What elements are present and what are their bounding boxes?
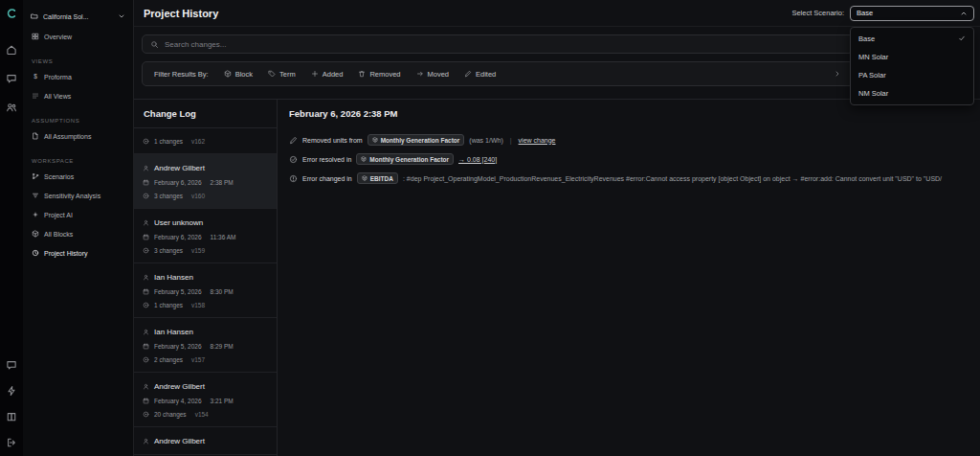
sidebar-item-label: Sensitivity Analysis: [44, 193, 100, 199]
main-header: Project History Select Scenario: Base Ba…: [134, 0, 980, 27]
change-link[interactable]: view change: [519, 137, 556, 144]
change-link[interactable]: → 0.08 [240]: [458, 156, 497, 163]
entry-changes: 3 changes: [154, 193, 183, 199]
sidebar-item-proforma[interactable]: $Proforma: [23, 67, 133, 86]
project-switcher[interactable]: California Sol...: [23, 6, 133, 27]
sidebar-section-title: ASSUMPTIONS: [32, 118, 124, 124]
scenario-label: Select Scenario:: [791, 9, 844, 17]
entry-version: v158: [191, 302, 205, 308]
chevron-right-icon[interactable]: [834, 70, 841, 78]
person-icon: [143, 438, 149, 445]
rail-users-button[interactable]: [4, 100, 19, 115]
person-icon: [143, 219, 149, 226]
change-log-entry[interactable]: Andrew GilbertFebruary 4, 20263:21 PM20 …: [134, 373, 277, 427]
sidebar-item-project-history[interactable]: Project History: [23, 243, 133, 262]
scenario-option-nm-solar[interactable]: NM Solar: [851, 84, 973, 103]
scenario-option-mn-solar[interactable]: MN Solar: [851, 48, 973, 66]
search-input[interactable]: [165, 40, 845, 49]
filter-moved-button[interactable]: Moved: [416, 70, 450, 79]
tag-icon: [268, 70, 276, 78]
search-bar[interactable]: [142, 34, 854, 54]
sidebar-item-all-assumptions[interactable]: All Assumptions: [23, 126, 133, 146]
rail-logo-button[interactable]: [4, 6, 19, 21]
sidebar-item-sensitivity-analysis[interactable]: Sensitivity Analysis: [23, 186, 133, 205]
entry-date: February 6, 2026: [154, 234, 202, 240]
block-chip[interactable]: Monthly Generation Factor: [368, 134, 465, 146]
views-icon: [32, 92, 39, 100]
entry-version: v157: [191, 356, 205, 363]
sidebar-item-scenarios[interactable]: Scenarios: [23, 167, 133, 186]
dollar-icon: $: [32, 73, 39, 80]
check-icon: [958, 34, 966, 42]
changes-count-icon: [143, 411, 149, 418]
change-log-entry[interactable]: Ian HansenFebruary 5, 20268:29 PM2 chang…: [134, 318, 277, 373]
rail-bolt-button[interactable]: [4, 383, 19, 399]
entry-author: Ian Hansen: [154, 273, 193, 282]
chevron-up-icon: [960, 10, 968, 17]
sidebar-item-label: Project History: [44, 250, 88, 257]
sidebar-item-label: Proforma: [44, 74, 72, 80]
scenario-select[interactable]: Base: [850, 6, 974, 21]
sidebar-item-label: Scenarios: [44, 173, 74, 180]
scenario-option-pa-solar[interactable]: PA Solar: [851, 66, 973, 84]
project-name: California Sol...: [43, 13, 113, 20]
entry-author: User unknown: [154, 218, 203, 227]
change-log-entry[interactable]: Andrew Gilbert: [134, 427, 277, 455]
app-root: California Sol... Overview VIEWS$Proform…: [0, 0, 980, 456]
change-rows: Removed units fromMonthly Generation Fac…: [278, 127, 980, 191]
filter-added-button[interactable]: Added: [311, 70, 344, 79]
block-icon: [361, 156, 367, 162]
icon-rail: [0, 0, 23, 456]
sidebar-item-all-blocks[interactable]: All Blocks: [23, 224, 133, 243]
filter-term-button[interactable]: Term: [268, 70, 296, 79]
sidebar: California Sol... Overview VIEWS$Proform…: [23, 0, 134, 456]
search-icon: [150, 40, 159, 49]
spark-icon: [32, 211, 39, 218]
sidebar-item-label: All Assumptions: [44, 133, 91, 140]
rail-message-button[interactable]: [4, 357, 19, 373]
calendar-icon: [143, 234, 149, 240]
sidebar-item-all-views[interactable]: All Views: [23, 86, 133, 105]
filter-label: Filter Results By:: [154, 70, 209, 79]
trash-icon: [358, 70, 366, 78]
change-detail-text: (was 1/Wh): [469, 137, 502, 144]
filter-removed-button[interactable]: Removed: [358, 70, 400, 79]
logout-icon: [6, 437, 17, 448]
rail-logout-button[interactable]: [4, 435, 19, 450]
sidebar-item-label: All Blocks: [44, 231, 73, 238]
filter-edited-button[interactable]: Edited: [464, 70, 496, 79]
rail-book-button[interactable]: [4, 409, 19, 424]
block-chip[interactable]: EBITDA: [357, 172, 398, 184]
scenario-option-base[interactable]: Base: [851, 30, 973, 48]
entry-date: February 5, 2026: [154, 288, 202, 295]
rail-chat-button[interactable]: [4, 71, 19, 86]
blocks-icon: [32, 230, 39, 238]
entry-date: February 6, 2026: [154, 179, 202, 186]
change-log-entry[interactable]: Ian HansenFebruary 5, 20268:30 PM1 chang…: [134, 263, 277, 318]
folder-icon: [31, 12, 38, 20]
change-log-entry[interactable]: 1 changesv162: [134, 128, 277, 154]
users-icon: [6, 102, 17, 113]
change-row: Error resolved inMonthly Generation Fact…: [278, 152, 980, 166]
change-log-entry[interactable]: Andrew GilbertFebruary 6, 20262:38 PM3 c…: [134, 154, 277, 209]
sidebar-item-project-ai[interactable]: Project AI: [23, 205, 133, 224]
block-icon: [362, 175, 368, 181]
person-icon: [143, 383, 149, 390]
page-title: Project History: [144, 8, 218, 19]
entry-changes: 1 changes: [154, 138, 183, 145]
home-icon: [6, 44, 17, 56]
calendar-icon: [143, 398, 149, 404]
rail-bottom: [4, 357, 19, 450]
entry-author: Andrew Gilbert: [154, 164, 205, 172]
block-chip[interactable]: Monthly Generation Factor: [356, 153, 454, 165]
chat-icon: [6, 73, 17, 84]
rail-home-button[interactable]: [4, 42, 19, 57]
entry-author: Andrew Gilbert: [154, 437, 205, 445]
changes-count-icon: [143, 302, 149, 308]
change-row: Error changed inEBITDA: #dep Project_Ope…: [278, 171, 980, 185]
filter-block-button[interactable]: Block: [224, 70, 253, 79]
change-log-entry[interactable]: User unknownFebruary 6, 202611:36 AM3 ch…: [134, 209, 277, 263]
sidebar-item-overview[interactable]: Overview: [23, 27, 133, 46]
sidebar-sections: VIEWS$ProformaAll ViewsASSUMPTIONSAll As…: [23, 58, 133, 262]
entry-version: v162: [191, 138, 205, 145]
